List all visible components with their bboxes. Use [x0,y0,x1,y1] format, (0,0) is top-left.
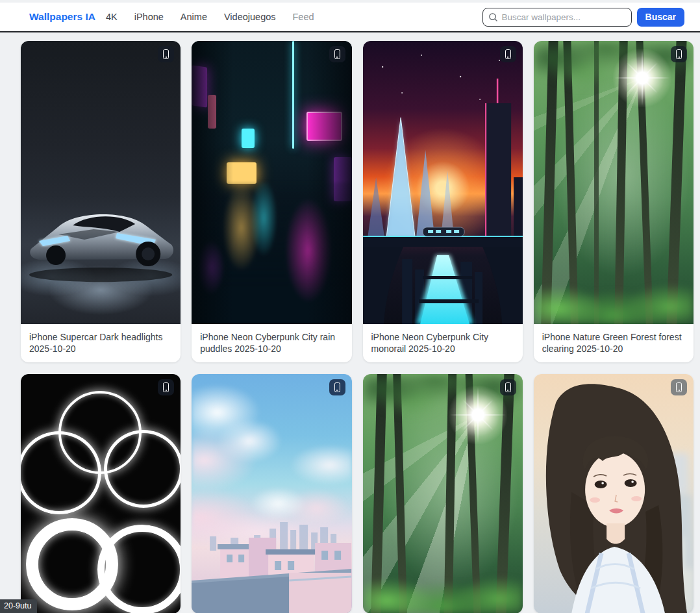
wallpaper-card-supercar[interactable]: iPhone Supercar Dark headlights 2025-10-… [21,41,181,362]
art-building-shade [192,41,351,324]
wallpaper-thumbnail[interactable] [363,374,523,613]
wallpaper-title[interactable]: iPhone Neon Cyberpunk City rain puddles … [192,324,351,362]
device-badge [671,46,687,62]
device-badge [329,46,345,62]
wallpaper-card-monorail[interactable]: iPhone Neon Cyberpunk City monorail 2025… [363,41,523,362]
sun-starburst [613,49,671,107]
link-status-tooltip: 20-9utu [0,599,37,613]
phone-icon [676,49,682,59]
art-ring [21,431,101,514]
search-icon [488,12,498,22]
brand-link[interactable]: Wallpapers IA [29,11,95,23]
nav-item-anime[interactable]: Anime [181,12,207,22]
wallpaper-title[interactable]: iPhone Nature Green Forest forest cleari… [534,324,694,362]
phone-icon [505,382,511,392]
wallpaper-card-neon-alley[interactable]: iPhone Neon Cyberpunk City rain puddles … [192,41,351,362]
wallpaper-grid: iPhone Supercar Dark headlights 2025-10-… [0,32,700,613]
wallpaper-thumbnail[interactable] [21,41,181,324]
nav-item-videojuegos[interactable]: Videojuegos [224,12,276,22]
supercar-illustration [21,168,181,287]
phone-icon [163,382,169,392]
device-badge [500,46,516,62]
phone-icon [163,49,169,59]
sun-starburst [449,386,507,444]
wallpaper-card-forest-clearing[interactable]: iPhone Nature Green Forest forest cleari… [534,41,694,362]
art-undergrowth [534,262,694,324]
device-badge [671,379,687,395]
search-button[interactable]: Buscar [637,8,684,27]
wallpaper-thumbnail[interactable] [192,374,351,613]
nav-item-iphone[interactable]: iPhone [134,12,164,22]
girl-portrait-illustration [534,374,694,613]
main-nav: 4K iPhone Anime Videojuegos Feed [106,12,314,22]
device-badge [329,379,345,395]
phone-icon [334,382,340,392]
phone-icon [334,49,340,59]
futuristic-city-illustration [363,41,523,324]
phone-icon [676,382,682,392]
wallpaper-card-pastel-sky[interactable] [192,374,351,613]
search-box [482,8,632,27]
nav-item-4k[interactable]: 4K [106,12,118,22]
wallpaper-thumbnail[interactable] [21,374,181,613]
search-input[interactable] [502,12,626,22]
wallpaper-card-forest-sunbeams[interactable] [363,374,523,613]
wallpaper-thumbnail[interactable] [534,41,694,324]
wallpaper-title[interactable]: iPhone Supercar Dark headlights 2025-10-… [21,324,181,362]
wallpaper-thumbnail[interactable] [363,41,523,324]
art-ring [97,525,181,613]
art-ring [104,430,181,508]
device-badge [500,379,516,395]
pastel-city-illustration [192,374,351,613]
art-undergrowth [363,561,523,613]
phone-icon [505,49,511,59]
wallpaper-card-neon-rings[interactable] [21,374,181,613]
wallpaper-thumbnail[interactable] [534,374,694,613]
device-badge [158,46,174,62]
device-badge [158,379,174,395]
wallpaper-title[interactable]: iPhone Neon Cyberpunk City monorail 2025… [363,324,523,362]
site-header: Wallpapers IA 4K iPhone Anime Videojuego… [0,3,700,32]
wallpaper-thumbnail[interactable] [192,41,351,324]
search-area: Buscar [482,8,684,27]
wallpaper-card-anime-girl[interactable] [534,374,694,613]
nav-item-feed[interactable]: Feed [293,12,314,22]
